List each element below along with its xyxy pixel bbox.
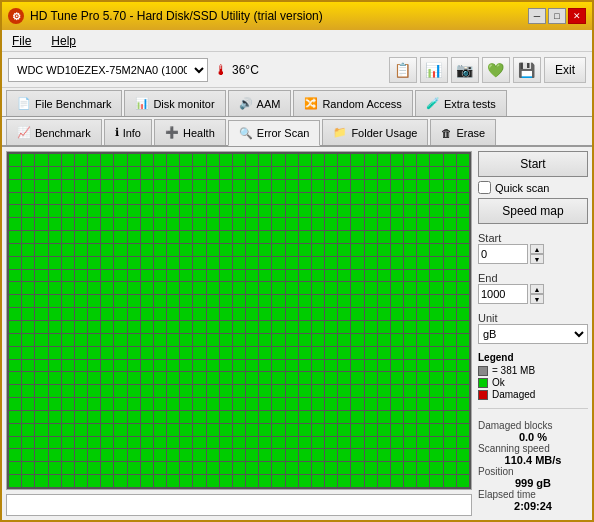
start-spin-down[interactable]: ▼: [530, 254, 544, 264]
grid-cell: [457, 360, 469, 372]
grid-cell: [193, 385, 205, 397]
grid-cell: [299, 372, 311, 384]
grid-cell: [128, 231, 140, 243]
menu-file[interactable]: File: [8, 33, 35, 49]
drive-select[interactable]: WDC WD10EZEX-75M2NA0 (1000 gB): [8, 58, 208, 82]
grid-cell: [75, 231, 87, 243]
start-spin-buttons: ▲ ▼: [530, 244, 544, 264]
tab-erase[interactable]: 🗑 Erase: [430, 119, 496, 145]
grid-cell: [233, 167, 245, 179]
grid-cell: [457, 193, 469, 205]
grid-cell: [49, 167, 61, 179]
unit-param-row: Unit gB: [478, 312, 588, 344]
grid-cell: [220, 257, 232, 269]
grid-cell: [22, 334, 34, 346]
grid-cell: [417, 244, 429, 256]
toolbar-btn-save[interactable]: 💾: [513, 57, 541, 83]
grid-cell: [9, 398, 21, 410]
grid-cell: [430, 347, 442, 359]
grid-cell: [75, 424, 87, 436]
main-window: ⚙ HD Tune Pro 5.70 - Hard Disk/SSD Utili…: [0, 0, 594, 522]
start-spin-up[interactable]: ▲: [530, 244, 544, 254]
grid-cell: [75, 282, 87, 294]
grid-cell: [88, 205, 100, 217]
end-spin-up[interactable]: ▲: [530, 284, 544, 294]
toolbar-btn-2[interactable]: 📊: [420, 57, 448, 83]
start-button[interactable]: Start: [478, 151, 588, 177]
end-spin-down[interactable]: ▼: [530, 294, 544, 304]
elapsed-time-value: 2:09:24: [478, 500, 588, 512]
grid-cell: [22, 385, 34, 397]
grid-cell: [417, 270, 429, 282]
grid-cell: [233, 295, 245, 307]
grid-cell: [114, 257, 126, 269]
grid-cell: [286, 449, 298, 461]
toolbar-btn-4[interactable]: 💚: [482, 57, 510, 83]
tab-health[interactable]: ➕ Health: [154, 119, 226, 145]
grid-cell: [246, 308, 258, 320]
toolbar-btn-3[interactable]: 📷: [451, 57, 479, 83]
grid-cell: [417, 193, 429, 205]
grid-cell: [141, 372, 153, 384]
grid-cell: [62, 180, 74, 192]
grid-cell: [49, 385, 61, 397]
grid-cell: [378, 411, 390, 423]
grid-cell: [207, 475, 219, 487]
minimize-button[interactable]: ─: [528, 8, 546, 24]
grid-cell: [325, 372, 337, 384]
grid-cell: [338, 385, 350, 397]
tab-folder-usage[interactable]: 📁 Folder Usage: [322, 119, 428, 145]
grid-cell: [391, 231, 403, 243]
toolbar-btn-1[interactable]: 📋: [389, 57, 417, 83]
grid-cell: [128, 321, 140, 333]
grid-cell: [75, 347, 87, 359]
grid-cell: [338, 308, 350, 320]
grid-cell: [75, 244, 87, 256]
grid-cell: [22, 270, 34, 282]
tab-extra-tests[interactable]: 🧪 Extra tests: [415, 90, 507, 116]
unit-select[interactable]: gB: [478, 324, 588, 344]
grid-cell: [141, 347, 153, 359]
grid-cell: [233, 475, 245, 487]
tab-error-scan[interactable]: 🔍 Error Scan: [228, 120, 321, 146]
scanning-speed-value: 110.4 MB/s: [478, 454, 588, 466]
grid-cell: [430, 424, 442, 436]
tab-file-benchmark[interactable]: 📄 File Benchmark: [6, 90, 122, 116]
tab-disk-monitor[interactable]: 📊 Disk monitor: [124, 90, 225, 116]
grid-cell: [101, 193, 113, 205]
tab-benchmark[interactable]: 📈 Benchmark: [6, 119, 102, 145]
grid-cell: [62, 167, 74, 179]
grid-cell: [62, 321, 74, 333]
tab-random-access[interactable]: 🔀 Random Access: [293, 90, 412, 116]
end-input[interactable]: [478, 284, 528, 304]
grid-cell: [338, 334, 350, 346]
quick-scan-checkbox[interactable]: [478, 181, 491, 194]
close-button[interactable]: ✕: [568, 8, 586, 24]
grid-cell: [325, 411, 337, 423]
menu-help[interactable]: Help: [47, 33, 80, 49]
maximize-button[interactable]: □: [548, 8, 566, 24]
tab-info[interactable]: ℹ Info: [104, 119, 152, 145]
grid-cell: [167, 282, 179, 294]
grid-cell: [207, 218, 219, 230]
grid-cell: [141, 270, 153, 282]
grid-cell: [312, 372, 324, 384]
exit-button[interactable]: Exit: [544, 57, 586, 83]
grid-cell: [9, 244, 21, 256]
grid-cell: [128, 244, 140, 256]
grid-cell: [259, 321, 271, 333]
start-input[interactable]: [478, 244, 528, 264]
grid-cell: [312, 154, 324, 166]
grid-cell: [272, 167, 284, 179]
grid-cell: [286, 282, 298, 294]
speed-map-button[interactable]: Speed map: [478, 198, 588, 224]
grid-cell: [193, 270, 205, 282]
grid-cell: [365, 308, 377, 320]
grid-cell: [101, 347, 113, 359]
grid-cell: [338, 321, 350, 333]
tab-aam[interactable]: 🔊 AAM: [228, 90, 292, 116]
grid-cell: [325, 475, 337, 487]
grid-cell: [167, 372, 179, 384]
grid-cell: [49, 449, 61, 461]
grid-cell: [457, 205, 469, 217]
